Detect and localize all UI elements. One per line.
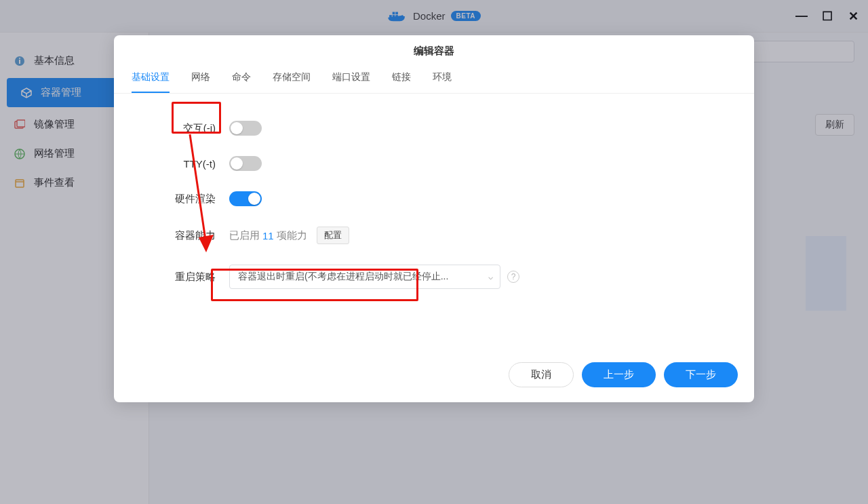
label-interactive: 交互(-i) [148, 122, 229, 135]
modal-tab-network[interactable]: 网络 [191, 71, 210, 93]
modal-tab-ports[interactable]: 端口设置 [332, 71, 370, 93]
next-button[interactable]: 下一步 [664, 362, 738, 387]
prev-button[interactable]: 上一步 [582, 362, 656, 387]
modal-overlay: 编辑容器 基础设置 网络 命令 存储空间 端口设置 链接 环境 交互(-i) T… [0, 0, 868, 504]
help-icon[interactable]: ? [507, 271, 519, 283]
row-tty: TTY(-t) [148, 156, 720, 171]
capability-value: 已启用 11 项能力 配置 [229, 227, 349, 244]
label-tty: TTY(-t) [148, 158, 229, 170]
modal-footer: 取消 上一步 下一步 [114, 351, 754, 402]
row-restart: 重启策略 容器退出时重启(不考虑在进程启动时就已经停止... ⌵ ? [148, 265, 720, 289]
chevron-down-icon: ⌵ [488, 272, 493, 282]
modal-tab-links[interactable]: 链接 [392, 71, 411, 93]
modal-title: 编辑容器 [114, 35, 754, 64]
row-hw-render: 硬件渲染 [148, 191, 720, 206]
toggle-hw-render[interactable] [229, 191, 262, 206]
modal-tab-basic[interactable]: 基础设置 [132, 71, 170, 93]
row-interactive: 交互(-i) [148, 121, 720, 136]
capability-prefix: 已启用 [229, 229, 260, 242]
modal-tab-command[interactable]: 命令 [232, 71, 251, 93]
restart-policy-select[interactable]: 容器退出时重启(不考虑在进程启动时就已经停止... ⌵ [229, 265, 500, 289]
capability-suffix: 项能力 [277, 229, 307, 242]
label-hw-render: 硬件渲染 [148, 193, 229, 206]
modal-tabs: 基础设置 网络 命令 存储空间 端口设置 链接 环境 [114, 64, 754, 94]
modal-body: 交互(-i) TTY(-t) 硬件渲染 容器能力 已启用 11 项能力 配置 [114, 94, 754, 351]
label-restart: 重启策略 [148, 271, 229, 284]
capability-config-button[interactable]: 配置 [317, 227, 349, 244]
toggle-tty[interactable] [229, 156, 262, 171]
edit-container-modal: 编辑容器 基础设置 网络 命令 存储空间 端口设置 链接 环境 交互(-i) T… [114, 35, 754, 402]
label-capability: 容器能力 [148, 229, 229, 242]
capability-count: 11 [262, 230, 274, 241]
row-capability: 容器能力 已启用 11 项能力 配置 [148, 227, 720, 244]
modal-tab-env[interactable]: 环境 [433, 71, 452, 93]
cancel-button[interactable]: 取消 [509, 362, 574, 387]
restart-policy-value: 容器退出时重启(不考虑在进程启动时就已经停止... [238, 271, 448, 282]
toggle-interactive[interactable] [229, 121, 262, 136]
modal-tab-storage[interactable]: 存储空间 [273, 71, 311, 93]
